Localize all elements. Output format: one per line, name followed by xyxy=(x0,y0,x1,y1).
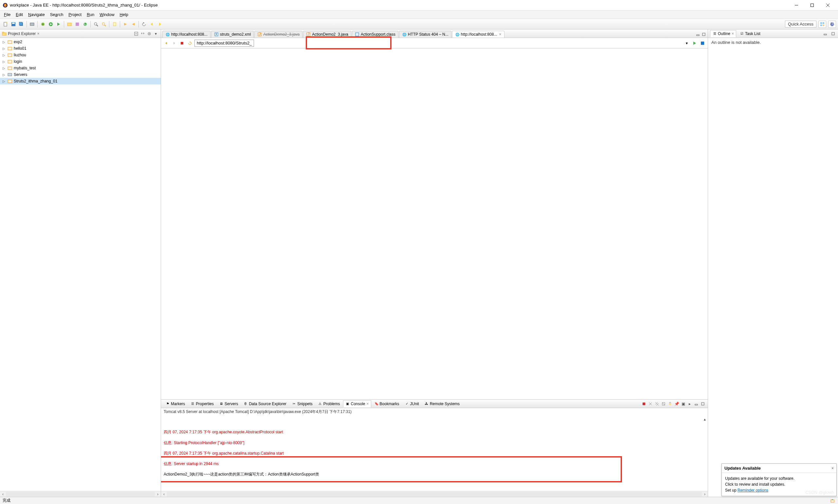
next-annotation-button[interactable] xyxy=(122,21,129,28)
editor-tab[interactable]: ActionSupport.class xyxy=(352,31,398,38)
url-input[interactable] xyxy=(194,40,254,47)
editor-tab[interactable]: JActionDemo2_3.java xyxy=(254,31,302,38)
javaee-perspective-button[interactable]: EE xyxy=(828,21,836,28)
tree-item[interactable]: ▷Struts2_ithma_zhang_01 xyxy=(0,78,161,85)
tree-item[interactable]: ▷Servers xyxy=(0,71,161,78)
debug-button[interactable] xyxy=(39,21,47,28)
tree-item[interactable]: ▷mybatis_test xyxy=(0,65,161,71)
close-popup-icon[interactable]: × xyxy=(832,466,834,471)
tab-properties[interactable]: ☰Properties xyxy=(188,400,216,408)
menu-project[interactable]: Project xyxy=(66,11,84,18)
minimize-editor-icon[interactable] xyxy=(695,32,700,37)
minimize-button[interactable] xyxy=(789,0,804,10)
pin-console-icon[interactable]: 📌 xyxy=(674,401,680,407)
clear-console-icon[interactable] xyxy=(661,401,666,407)
browser-forward-icon[interactable] xyxy=(171,40,177,47)
go-button[interactable] xyxy=(691,40,698,47)
search-button[interactable] xyxy=(100,21,107,28)
new-button[interactable] xyxy=(2,21,9,28)
back-button[interactable] xyxy=(148,21,156,28)
save-all-button[interactable] xyxy=(18,21,25,28)
tab-console[interactable]: ▣Console× xyxy=(343,400,371,408)
tab-markers[interactable]: ⚑Markers xyxy=(163,400,187,408)
menu-edit[interactable]: Edit xyxy=(13,11,25,18)
console-output[interactable]: 四月 07, 2024 7:17:35 下午 org.apache.coyote… xyxy=(161,416,708,491)
open-perspective-button[interactable] xyxy=(818,21,826,28)
last-edit-button[interactable] xyxy=(140,21,148,28)
prev-annotation-button[interactable] xyxy=(130,21,137,28)
tab-outline[interactable]: ☰Outline× xyxy=(710,30,736,37)
browser-favorite-icon[interactable] xyxy=(699,40,706,47)
min-bottom-icon[interactable] xyxy=(693,401,699,407)
tab-tasklist[interactable]: ☑Task List xyxy=(737,31,762,37)
min-outline-icon[interactable] xyxy=(822,31,828,37)
project-tree[interactable]: ▷exp2 ▷hello01 ▷liuzhou ▷login ▷mybatis_… xyxy=(0,38,161,491)
tab-remote[interactable]: 🖧Remote Systems xyxy=(422,400,462,408)
editor-tab[interactable]: xstruts_demo2.xml xyxy=(211,31,254,38)
display-console-icon[interactable]: ▣ xyxy=(680,401,686,407)
menu-window[interactable]: Window xyxy=(97,11,117,18)
scroll-right-icon[interactable]: › xyxy=(702,492,708,497)
scroll-right-icon[interactable]: › xyxy=(155,492,161,497)
close-tab-icon[interactable]: × xyxy=(367,401,369,406)
open-console-icon[interactable]: ▸ xyxy=(687,401,693,407)
max-outline-icon[interactable] xyxy=(830,31,836,37)
reminder-options-link[interactable]: Reminder options xyxy=(737,488,768,492)
tab-data-source[interactable]: 🛢Data Source Explorer xyxy=(241,400,289,408)
close-button[interactable] xyxy=(820,0,835,10)
open-type-button[interactable] xyxy=(92,21,100,28)
run-last-button[interactable] xyxy=(55,21,62,28)
browser-refresh-icon[interactable] xyxy=(186,40,193,47)
remove-launch-icon[interactable] xyxy=(647,401,653,407)
menu-help[interactable]: Help xyxy=(117,11,131,18)
console-vscroll[interactable]: ▴ xyxy=(702,416,708,423)
new-java-project-button[interactable] xyxy=(66,21,73,28)
terminate-icon[interactable] xyxy=(641,401,647,407)
quick-access[interactable]: Quick Access xyxy=(785,21,816,28)
maximize-button[interactable] xyxy=(805,0,820,10)
collapse-all-icon[interactable] xyxy=(133,31,139,37)
forward-button[interactable] xyxy=(156,21,163,28)
updates-status-icon[interactable] xyxy=(830,498,835,504)
tab-problems[interactable]: ⚠Problems xyxy=(316,400,342,408)
maximize-editor-icon[interactable] xyxy=(701,32,707,37)
new-class-button[interactable]: C xyxy=(82,21,89,28)
scroll-lock-icon[interactable] xyxy=(667,401,673,407)
menu-search[interactable]: Search xyxy=(48,11,66,18)
url-dropdown-icon[interactable]: ▾ xyxy=(683,40,690,47)
menu-navigate[interactable]: Navigate xyxy=(25,11,48,18)
tab-bookmarks[interactable]: 🔖Bookmarks xyxy=(372,400,402,408)
scroll-left-icon[interactable]: ‹ xyxy=(161,492,167,497)
editor-tab[interactable]: 🌐http://localhost:808... xyxy=(162,31,211,38)
editor-tab[interactable]: 🌐http://localhost:808...× xyxy=(452,31,504,38)
new-package-button[interactable] xyxy=(74,21,81,28)
new-server-button[interactable] xyxy=(29,21,36,28)
tab-junit[interactable]: ✓JUnit xyxy=(402,400,421,408)
browser-stop-icon[interactable] xyxy=(179,40,185,47)
toggle-mark-button[interactable] xyxy=(111,21,118,28)
view-menu-icon[interactable]: ▾ xyxy=(153,31,159,37)
save-button[interactable] xyxy=(10,21,17,28)
remove-all-icon[interactable] xyxy=(654,401,660,407)
tree-item[interactable]: ▷hello01 xyxy=(0,45,161,52)
run-button[interactable] xyxy=(47,21,54,28)
tree-item[interactable]: ▷exp2 xyxy=(0,39,161,45)
close-tab-icon[interactable]: × xyxy=(499,32,501,37)
project-explorer-hscroll[interactable]: ‹ › xyxy=(0,491,161,497)
close-tab-icon[interactable]: × xyxy=(732,32,734,36)
tree-item[interactable]: ▷login xyxy=(0,58,161,65)
tab-snippets[interactable]: ✂Snippets xyxy=(289,400,315,408)
close-view-icon[interactable]: × xyxy=(37,32,39,36)
console-hscroll[interactable]: ‹ › xyxy=(161,491,708,497)
focus-task-icon[interactable] xyxy=(146,31,152,37)
tab-servers[interactable]: 🖥Servers xyxy=(217,400,240,408)
tree-item[interactable]: ▷liuzhou xyxy=(0,52,161,58)
menu-file[interactable]: File xyxy=(1,11,13,18)
editor-tab[interactable]: 🌐HTTP Status 404 – N... xyxy=(399,31,451,38)
max-bottom-icon[interactable] xyxy=(700,401,706,407)
menu-run[interactable]: Run xyxy=(84,11,97,18)
scroll-left-icon[interactable]: ‹ xyxy=(0,492,6,497)
link-editor-icon[interactable] xyxy=(140,31,146,37)
editor-tab[interactable]: JActionDemo2_3.java xyxy=(303,31,351,38)
browser-back-icon[interactable] xyxy=(163,40,170,47)
